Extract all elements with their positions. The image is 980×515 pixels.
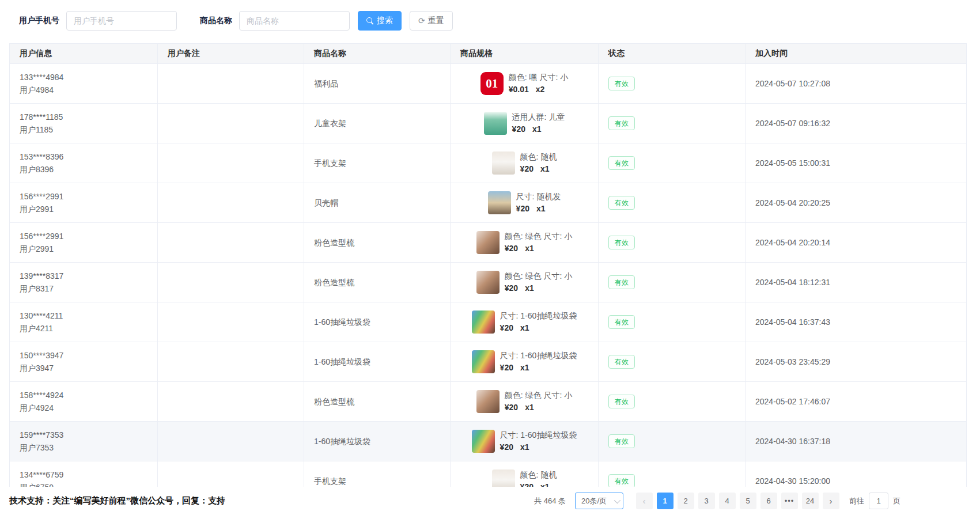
cell-add-time: 2024-05-05 15:00:31 <box>746 143 966 183</box>
trash-bags-image <box>472 430 495 453</box>
quantity: x1 <box>525 403 534 412</box>
filter-bar: 用户手机号 商品名称 搜索 ⟳ 重置 <box>0 0 980 41</box>
table-body: 133****4984 用户4984 福利品 01 颜色: 嘿 尺寸: 小 ¥0… <box>10 64 966 501</box>
cell-product-name: 手机支架 <box>304 143 451 183</box>
page: 用户手机号 商品名称 搜索 ⟳ 重置 用户信息用户备注商品名称商品规格状态加入时… <box>0 0 980 515</box>
price: ¥20 <box>505 244 518 253</box>
spec-price-qty: ¥20x1 <box>505 402 572 414</box>
next-page-button[interactable]: › <box>823 493 839 509</box>
user-name: 用户2991 <box>20 203 147 215</box>
table-row[interactable]: 156****2991 用户2991 粉色造型梳 颜色: 绿色 尺寸: 小 ¥2… <box>10 223 966 263</box>
user-phone: 153****8396 <box>20 150 147 163</box>
page-button[interactable]: 5 <box>740 493 756 509</box>
cell-user-remark <box>158 342 304 382</box>
page-button[interactable]: 3 <box>698 493 715 509</box>
cell-status: 有效 <box>599 342 746 382</box>
status-badge: 有效 <box>608 275 635 289</box>
page-button[interactable]: 24 <box>802 493 819 509</box>
status-badge: 有效 <box>608 434 635 448</box>
user-phone: 159****7353 <box>20 429 147 441</box>
status-badge: 有效 <box>608 196 635 210</box>
cell-product-spec: 颜色: 绿色 尺寸: 小 ¥20x1 <box>451 263 599 302</box>
add-time: 2024-05-04 20:20:25 <box>755 196 956 209</box>
table-row[interactable]: 153****8396 用户8396 手机支架 颜色: 随机 ¥20x1 有效 … <box>10 143 966 183</box>
cell-user-remark <box>158 422 304 461</box>
add-time: 2024-04-30 15:20:00 <box>755 475 956 487</box>
spec-lines: 尺寸: 1-60抽绳垃圾袋 ¥20x1 <box>500 350 577 374</box>
user-phone: 133****4984 <box>20 71 147 84</box>
cell-add-time: 2024-05-04 20:20:14 <box>746 223 966 263</box>
cell-user-remark <box>158 302 304 342</box>
price: ¥20 <box>505 403 518 412</box>
add-time: 2024-05-02 17:46:07 <box>755 395 956 408</box>
quantity: x1 <box>532 124 542 134</box>
column-header: 加入时间 <box>746 44 966 64</box>
user-phone: 130****4211 <box>20 309 147 322</box>
product-name: 粉色造型梳 <box>314 276 440 289</box>
cell-user-info: 158****4924 用户4924 <box>10 382 158 422</box>
cell-product-name: 1-60抽绳垃圾袋 <box>304 422 451 461</box>
cell-product-name: 1-60抽绳垃圾袋 <box>304 342 451 382</box>
table-row[interactable]: 159****7353 用户7353 1-60抽绳垃圾袋 尺寸: 1-60抽绳垃… <box>10 422 966 461</box>
table-row[interactable]: 130****4211 用户4211 1-60抽绳垃圾袋 尺寸: 1-60抽绳垃… <box>10 302 966 342</box>
table-row[interactable]: 178****1185 用户1185 儿童衣架 适用人群: 儿童 ¥20x1 有… <box>10 104 966 143</box>
spec-lines: 尺寸: 1-60抽绳垃圾袋 ¥20x1 <box>500 429 577 453</box>
chevron-down-icon <box>614 497 620 503</box>
cell-status: 有效 <box>599 302 746 342</box>
quantity: x1 <box>540 164 550 173</box>
add-time: 2024-05-05 15:00:31 <box>755 157 956 169</box>
table-row[interactable]: 158****4924 用户4924 粉色造型梳 颜色: 绿色 尺寸: 小 ¥2… <box>10 382 966 422</box>
cell-status: 有效 <box>599 382 746 422</box>
table-row[interactable]: 156****2991 用户2991 贝壳帽 尺寸: 随机发 ¥20x1 有效 … <box>10 183 966 223</box>
spec-text: 颜色: 绿色 尺寸: 小 <box>505 230 572 243</box>
product-name: 1-60抽绳垃圾袋 <box>314 316 440 328</box>
pink-comb-image <box>476 271 500 294</box>
pagination: 共 464 条 20条/页 ‹ 123456•••24 › 前往 页 <box>534 493 900 509</box>
product-name: 贝壳帽 <box>314 196 440 209</box>
phone-input[interactable] <box>66 11 177 31</box>
product-name-input[interactable] <box>239 11 350 31</box>
page-size-select[interactable]: 20条/页 <box>575 493 623 509</box>
page-button[interactable]: 6 <box>760 493 777 509</box>
pink-comb-image <box>476 231 500 254</box>
user-name: 用户8317 <box>20 282 147 295</box>
phone-stand-image <box>492 152 515 175</box>
page-size-value: 20条/页 <box>581 496 607 506</box>
spec-price-qty: ¥20x1 <box>500 362 577 374</box>
refresh-icon: ⟳ <box>418 17 425 25</box>
product-name: 儿童衣架 <box>314 117 440 130</box>
spec-text: 颜色: 随机 <box>520 469 557 481</box>
add-time: 2024-05-04 20:20:14 <box>755 236 956 249</box>
cell-product-name: 儿童衣架 <box>304 104 451 143</box>
more-pages-button[interactable]: ••• <box>781 493 798 509</box>
reset-button[interactable]: ⟳ 重置 <box>410 11 453 31</box>
spec-text: 颜色: 绿色 尺寸: 小 <box>505 270 572 282</box>
pink-comb-image <box>476 390 500 413</box>
product-name-label: 商品名称 <box>200 16 232 26</box>
cell-product-name: 福利品 <box>304 64 451 104</box>
user-name: 用户1185 <box>20 123 147 136</box>
page-button[interactable]: 2 <box>678 493 694 509</box>
cell-user-remark <box>158 382 304 422</box>
spec-price-qty: ¥20x1 <box>505 282 572 294</box>
status-badge: 有效 <box>608 355 635 369</box>
cart-items-table: 用户信息用户备注商品名称商品规格状态加入时间 133****4984 用户498… <box>9 43 967 501</box>
cell-add-time: 2024-05-02 17:46:07 <box>746 382 966 422</box>
add-time: 2024-05-07 10:27:08 <box>755 77 956 90</box>
table-row[interactable]: 150****3947 用户3947 1-60抽绳垃圾袋 尺寸: 1-60抽绳垃… <box>10 342 966 382</box>
search-button[interactable]: 搜索 <box>358 11 402 31</box>
page-button-active[interactable]: 1 <box>657 493 673 509</box>
kids-hanger-image <box>484 112 507 135</box>
goto-page-input[interactable] <box>869 493 888 509</box>
page-button[interactable]: 4 <box>719 493 736 509</box>
table-row[interactable]: 133****4984 用户4984 福利品 01 颜色: 嘿 尺寸: 小 ¥0… <box>10 64 966 104</box>
support-text: 技术支持：关注“编写美好前程”微信公众号，回复：支持 <box>9 495 225 506</box>
cell-user-info: 156****2991 用户2991 <box>10 183 158 223</box>
table-row[interactable]: 139****8317 用户8317 粉色造型梳 颜色: 绿色 尺寸: 小 ¥2… <box>10 263 966 302</box>
search-button-label: 搜索 <box>377 16 393 26</box>
cell-user-remark <box>158 263 304 302</box>
user-name: 用户7353 <box>20 441 147 454</box>
product-name: 福利品 <box>314 77 440 90</box>
prev-page-button[interactable]: ‹ <box>636 493 653 509</box>
cell-product-spec: 尺寸: 1-60抽绳垃圾袋 ¥20x1 <box>451 302 599 342</box>
